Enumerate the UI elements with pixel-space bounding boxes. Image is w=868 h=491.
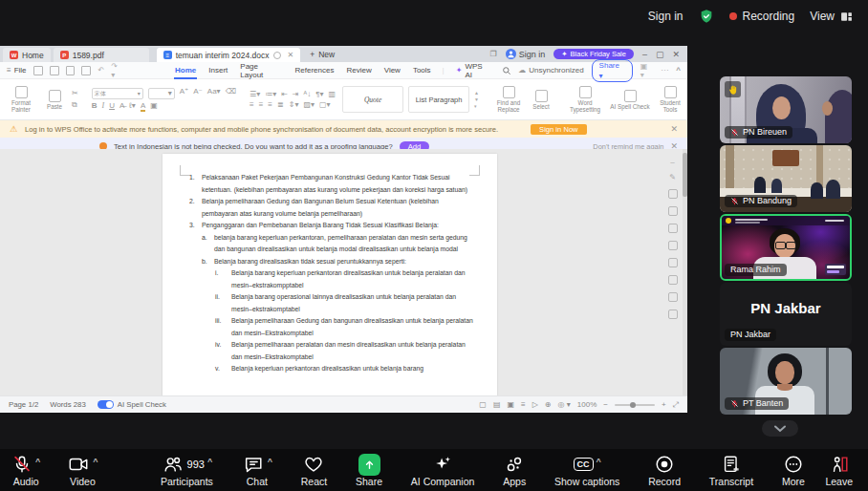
- promo-banner[interactable]: ✦ Black Friday Sale: [553, 49, 634, 59]
- font-name-select[interactable]: 宋体▾: [92, 88, 143, 99]
- shield-check-icon[interactable]: [699, 9, 714, 24]
- file-menu[interactable]: ≡File: [7, 66, 27, 75]
- align-right-icon[interactable]: ≡: [268, 101, 272, 109]
- menu-insert[interactable]: Insert: [207, 64, 228, 76]
- style-quote[interactable]: Quote: [342, 86, 403, 113]
- export-icon[interactable]: [66, 66, 76, 75]
- vertical-scrollbar[interactable]: [683, 149, 687, 396]
- scrollbar-thumb[interactable]: [683, 153, 687, 197]
- clear-format-icon[interactable]: ⌫: [226, 88, 236, 99]
- redo-icon[interactable]: ↷ ▾: [111, 62, 123, 79]
- format-painter-button[interactable]: Format Painter: [5, 86, 37, 113]
- line-spacing-icon[interactable]: ⇕▾: [289, 101, 299, 109]
- word-typesetting-button[interactable]: Word Typesetting: [566, 86, 604, 113]
- zoom-slider[interactable]: [615, 404, 655, 406]
- table-icon[interactable]: [668, 275, 678, 285]
- italic-button[interactable]: I: [101, 102, 104, 112]
- code-icon[interactable]: [668, 224, 678, 233]
- toggle-on-icon[interactable]: [98, 400, 114, 409]
- minimize-button[interactable]: –: [642, 50, 647, 59]
- audio-options-caret[interactable]: ^: [35, 457, 40, 466]
- leave-button[interactable]: Leave: [825, 453, 853, 487]
- collapse-ribbon-icon[interactable]: ^: [676, 66, 681, 75]
- zoom-out-icon[interactable]: −: [603, 400, 608, 409]
- layout-options-icon[interactable]: ▣ ▾: [640, 62, 654, 79]
- view-mode-outline-icon[interactable]: ▣: [507, 400, 514, 409]
- ai-companion-button[interactable]: AI Companion: [411, 453, 475, 487]
- react-button[interactable]: React: [301, 453, 327, 487]
- cut-icon[interactable]: ✂: [72, 89, 78, 97]
- bullets-icon[interactable]: ☰▾: [250, 91, 260, 98]
- help-icon[interactable]: [668, 292, 678, 302]
- captions-caret[interactable]: ^: [597, 457, 601, 466]
- zoom-tool-icon[interactable]: ⊕: [545, 400, 552, 409]
- apps-button[interactable]: Apps: [503, 453, 526, 487]
- window-icon[interactable]: [668, 310, 678, 319]
- zoom-in-icon[interactable]: +: [662, 400, 666, 409]
- ai-spell-check-button[interactable]: AI Spell Check: [609, 90, 651, 110]
- more-button[interactable]: More: [782, 453, 805, 487]
- document-canvas[interactable]: 1.Pelaksanaan Paket Pekerjaan Pembanguna…: [0, 149, 687, 396]
- preview-icon[interactable]: [81, 66, 91, 75]
- close-button[interactable]: ✕: [672, 50, 680, 59]
- edit-pen-icon[interactable]: ✎: [669, 174, 676, 181]
- translate-icon[interactable]: [668, 241, 678, 250]
- change-case-icon[interactable]: Aa▾: [207, 88, 221, 99]
- history-icon[interactable]: [668, 258, 678, 267]
- play-icon[interactable]: ▷: [532, 400, 538, 409]
- menu-page-layout[interactable]: Page Layout: [239, 60, 283, 81]
- print-icon[interactable]: [50, 66, 59, 75]
- undo-icon[interactable]: ↶: [98, 66, 104, 75]
- style-gallery-scroll[interactable]: ▲▼▾: [474, 91, 479, 109]
- video-tile-pn-bireuen[interactable]: PN Bireuen: [720, 76, 852, 143]
- search-icon[interactable]: [502, 66, 511, 75]
- outdent-icon[interactable]: ⇤: [281, 91, 288, 98]
- underline-button[interactable]: U: [109, 102, 115, 112]
- word-count[interactable]: Words 283: [50, 400, 86, 409]
- shrink-font-icon[interactable]: A⁻: [193, 88, 203, 99]
- panel-scroll-down-button[interactable]: [762, 420, 798, 437]
- eye-protect-icon[interactable]: ◎ ▾: [558, 400, 571, 409]
- transcript-button[interactable]: Transcript: [709, 453, 753, 487]
- record-button[interactable]: Record: [648, 453, 681, 487]
- more-tools-icon[interactable]: ⋯: [661, 66, 668, 75]
- document-text[interactable]: 1.Pelaksanaan Paket Pekerjaan Pembanguna…: [189, 172, 474, 375]
- menu-home[interactable]: Home: [174, 64, 197, 76]
- sort-icon[interactable]: ᴬ↓: [304, 91, 312, 98]
- video-tile-pt-banten[interactable]: PT Banten: [720, 348, 852, 415]
- close-notice-icon[interactable]: ✕: [670, 124, 678, 134]
- chat-caret[interactable]: ^: [268, 457, 272, 466]
- menu-tools[interactable]: Tools: [412, 64, 432, 76]
- find-replace-button[interactable]: Find and Replace: [492, 86, 525, 113]
- zoom-level[interactable]: 100%: [577, 400, 597, 409]
- char-shading-icon[interactable]: ▣: [150, 102, 158, 112]
- share-button[interactable]: Share: [356, 453, 382, 487]
- show-captions-button[interactable]: CC ^ Show captions: [554, 453, 619, 487]
- copy-icon[interactable]: ⧉: [72, 100, 78, 110]
- restore-layout-icon[interactable]: ❐: [490, 50, 497, 58]
- strikethrough-button[interactable]: A̶: [119, 102, 124, 112]
- bold-button[interactable]: B: [92, 102, 98, 112]
- sign-in-now-button[interactable]: Sign in Now: [531, 124, 587, 135]
- paste-button[interactable]: Paste: [42, 90, 67, 110]
- spell-check-toggle[interactable]: AI Spell Check: [98, 400, 166, 409]
- chat-button[interactable]: ^ Chat: [242, 453, 272, 487]
- tab-home[interactable]: W Home: [3, 48, 51, 62]
- align-center-icon[interactable]: ≡: [259, 101, 264, 109]
- border-icon[interactable]: ▢▾: [319, 101, 331, 109]
- video-options-caret[interactable]: ^: [93, 457, 98, 466]
- student-tools-button[interactable]: Student Tools: [656, 86, 684, 113]
- document-page[interactable]: 1.Pelaksanaan Paket Pekerjaan Pembanguna…: [163, 154, 497, 396]
- view-mode-web-icon[interactable]: ▤: [493, 400, 501, 409]
- tab-pdf[interactable]: P 1589.pdf: [54, 48, 149, 62]
- sign-in-button[interactable]: Sign in: [648, 10, 684, 23]
- menu-review[interactable]: Review: [345, 64, 372, 76]
- menu-view[interactable]: View: [383, 64, 401, 76]
- view-mode-reader-icon[interactable]: ≡: [521, 400, 526, 409]
- font-color-button[interactable]: A: [141, 102, 145, 112]
- justify-icon[interactable]: ≣: [277, 101, 284, 109]
- grow-font-icon[interactable]: A⁺: [180, 88, 189, 99]
- columns-icon[interactable]: ▥: [329, 91, 336, 98]
- share-document-button[interactable]: Share ▾: [592, 59, 633, 82]
- style-list-paragraph[interactable]: List Paragraph: [408, 86, 469, 113]
